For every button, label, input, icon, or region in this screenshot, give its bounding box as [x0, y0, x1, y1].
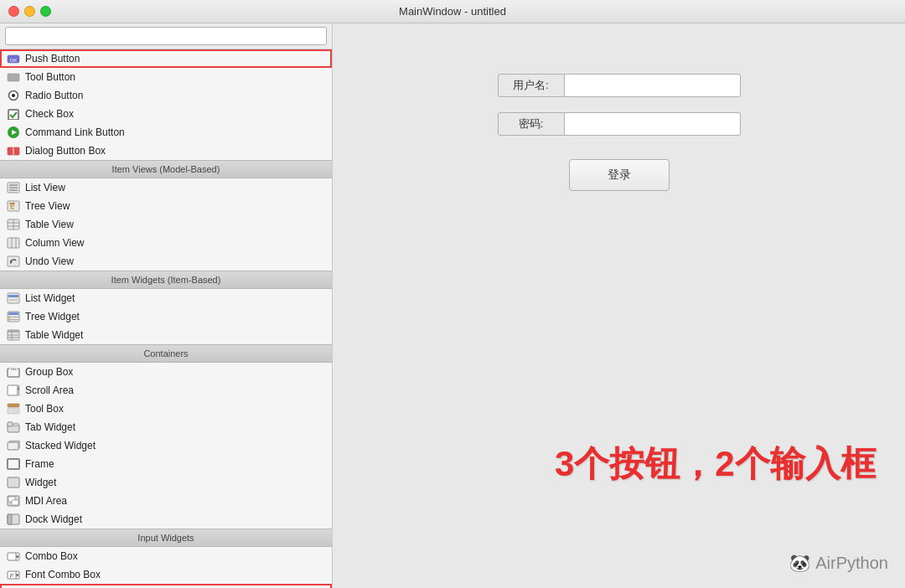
tool-box-icon — [7, 402, 20, 415]
list-item-label: Widget — [25, 477, 56, 488]
svg-rect-62 — [8, 514, 12, 524]
list-item-undo-view[interactable]: Undo View — [0, 252, 332, 271]
svg-rect-49 — [8, 408, 19, 414]
left-panel: OK Push Button Tool Button Radio Button — [0, 23, 333, 588]
widget-list: OK Push Button Tool Button Radio Button — [0, 49, 332, 588]
list-item-label: Tab Widget — [25, 421, 75, 433]
table-widget-icon — [7, 328, 20, 342]
list-item-tab-widget[interactable]: Tab Widget — [0, 418, 332, 436]
list-item-dialog-button-box[interactable]: Dialog Button Box — [0, 142, 332, 160]
push-btn-icon: OK — [7, 52, 20, 65]
right-panel: 用户名: 密码: 登录 3个按钮，2个输入框 🐼 AirPython — [333, 23, 905, 588]
svg-rect-27 — [8, 256, 19, 266]
section-header-input-widgets: Input Widgets — [0, 529, 332, 547]
password-input[interactable] — [565, 112, 741, 136]
maximize-button[interactable] — [40, 6, 51, 17]
list-item-tool-box[interactable]: Tool Box — [0, 400, 332, 418]
radio-btn-icon — [7, 89, 20, 102]
list-item-label: Radio Button — [25, 90, 83, 101]
font-combo-box-icon: F▾ — [7, 568, 20, 581]
list-view-icon — [7, 181, 20, 194]
scroll-area-icon — [7, 384, 20, 397]
svg-point-4 — [12, 94, 15, 97]
password-label: 密码: — [498, 112, 565, 136]
list-item-table-view[interactable]: Table View — [0, 215, 332, 234]
list-item-label: Command Link Button — [25, 126, 125, 138]
list-item-label: Scroll Area — [25, 384, 74, 396]
list-item-label: Group Box — [25, 366, 73, 378]
list-item-line-edit[interactable]: Line Edit — [0, 584, 332, 588]
password-row: 密码: — [498, 112, 741, 136]
svg-rect-29 — [8, 293, 19, 303]
list-item-tool-button[interactable]: Tool Button — [0, 68, 332, 86]
combo-box-icon: ▾ — [7, 549, 20, 563]
list-item-combo-box[interactable]: ▾ Combo Box — [0, 547, 332, 565]
list-item-label: Table Widget — [25, 329, 83, 341]
stacked-widget-icon — [7, 439, 20, 452]
tool-btn-icon — [7, 70, 20, 84]
list-item-list-widget[interactable]: List Widget — [0, 289, 332, 307]
list-item-label: Dock Widget — [25, 513, 82, 525]
list-item-check-box[interactable]: Check Box — [0, 105, 332, 123]
list-item-radio-button[interactable]: Radio Button — [0, 86, 332, 105]
list-item-list-view[interactable]: List View — [0, 178, 332, 197]
check-box-icon — [7, 107, 20, 121]
list-item-widget[interactable]: Widget — [0, 473, 332, 492]
list-item-command-link-button[interactable]: Command Link Button — [0, 123, 332, 142]
svg-rect-45 — [8, 385, 18, 395]
svg-rect-60 — [12, 500, 18, 505]
list-item-label: Push Button — [25, 53, 80, 64]
list-item-label: Column View — [25, 237, 84, 249]
list-item-stacked-widget[interactable]: Stacked Widget — [0, 436, 332, 455]
list-item-column-view[interactable]: Column View — [0, 234, 332, 252]
svg-rect-5 — [8, 110, 18, 120]
dock-widget-icon — [7, 513, 20, 526]
svg-rect-33 — [8, 312, 18, 315]
watermark: 🐼 AirPython — [789, 553, 888, 573]
list-item-label: Font Combo Box — [25, 569, 101, 580]
filter-bar — [0, 23, 332, 49]
list-item-font-combo-box[interactable]: F▾ Font Combo Box — [0, 565, 332, 584]
svg-rect-24 — [8, 238, 19, 248]
list-item-label: Undo View — [25, 255, 74, 267]
svg-rect-57 — [8, 477, 19, 487]
window-title: MainWindow - untitled — [399, 5, 506, 18]
list-item-label: Tool Box — [25, 403, 64, 415]
close-button[interactable] — [8, 6, 19, 17]
form-area: 用户名: 密码: 登录 — [498, 74, 741, 191]
mdi-area-icon — [7, 494, 20, 508]
tree-view-icon — [7, 199, 20, 213]
svg-text:▾: ▾ — [16, 554, 19, 560]
svg-text:OK: OK — [10, 58, 18, 63]
widget-icon — [7, 476, 20, 489]
svg-rect-30 — [8, 295, 18, 297]
filter-input[interactable] — [5, 27, 327, 45]
tree-widget-icon — [7, 310, 20, 323]
svg-rect-2 — [8, 74, 19, 81]
list-item-table-widget[interactable]: Table Widget — [0, 326, 332, 344]
list-item-scroll-area[interactable]: Scroll Area — [0, 381, 332, 400]
watermark-text: AirPython — [815, 554, 888, 573]
list-item-group-box[interactable]: Title Group Box — [0, 363, 332, 381]
svg-rect-51 — [8, 422, 13, 426]
list-item-mdi-area[interactable]: MDI Area — [0, 492, 332, 510]
svg-rect-48 — [8, 404, 19, 407]
list-item-label: Dialog Button Box — [25, 145, 106, 157]
watermark-icon: 🐼 — [789, 553, 810, 573]
minimize-button[interactable] — [24, 6, 35, 17]
list-item-tree-widget[interactable]: Tree Widget — [0, 307, 332, 326]
dialog-btn-icon — [7, 144, 20, 157]
list-item-push-button[interactable]: OK Push Button — [0, 49, 332, 68]
username-input[interactable] — [565, 74, 741, 97]
login-button[interactable]: 登录 — [569, 159, 670, 191]
group-box-icon: Title — [7, 365, 20, 379]
list-item-frame[interactable]: Frame — [0, 455, 332, 473]
title-bar: MainWindow - untitled — [0, 0, 905, 23]
tab-widget-icon — [7, 420, 20, 434]
list-item-label: Check Box — [25, 108, 74, 120]
list-item-tree-view[interactable]: Tree View — [0, 197, 332, 215]
svg-rect-56 — [8, 459, 19, 469]
list-item-label: MDI Area — [25, 495, 67, 507]
list-item-dock-widget[interactable]: Dock Widget — [0, 510, 332, 529]
section-header-containers: Containers — [0, 344, 332, 363]
